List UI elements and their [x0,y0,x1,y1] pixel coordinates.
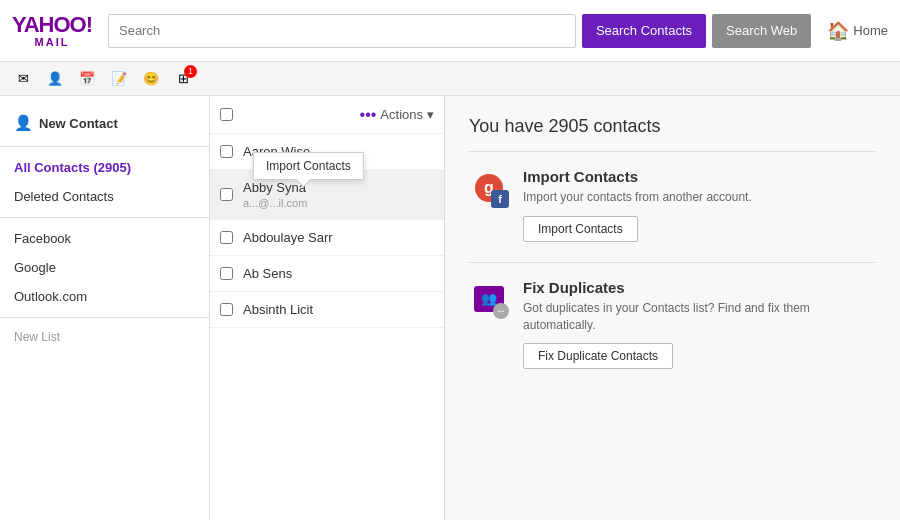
nav-icons-bar: ✉ 👤 📅 📝 😊 ⊞ 1 [0,62,900,96]
main-layout: 👤 New Contact All Contacts (2905) Delete… [0,96,900,520]
apps-nav-icon[interactable]: ⊞ 1 [172,68,194,90]
fix-duplicates-section: 👥 ↔ Fix Duplicates Got duplicates in you… [469,279,876,370]
new-contact-label: New Contact [39,116,118,131]
mail-nav-icon[interactable]: ✉ [12,68,34,90]
apps-badge: 1 [184,65,197,78]
fix-duplicate-contacts-button[interactable]: Fix Duplicate Contacts [523,343,673,369]
actions-chevron-icon: ▾ [427,107,434,122]
facebook-icon: f [491,190,509,208]
import-description: Import your contacts from another accoun… [523,189,876,206]
contact-name: Absinth Licit [243,302,313,317]
notepad-icon: 📝 [111,71,127,86]
import-title: Import Contacts [523,168,876,185]
yahoo-logo: YAHOO! MAIL [12,14,92,48]
contact-row[interactable]: Ab Sens [210,256,444,292]
import-contacts-section: g f Import Contacts Import your contacts… [469,168,876,242]
import-icon-container: g f [469,168,509,208]
contact-info: Import Contacts Abby Syna a...@...il.com [243,180,307,209]
select-all-checkbox[interactable] [220,108,233,121]
sidebar-item-facebook[interactable]: Facebook [0,224,209,253]
contact-checkbox[interactable] [220,303,233,316]
sidebar-item-deleted-contacts[interactable]: Deleted Contacts [0,182,209,211]
deleted-contacts-label: Deleted Contacts [14,189,114,204]
google-label: Google [14,260,56,275]
contact-info: Absinth Licit [243,302,313,317]
new-list-label[interactable]: New List [0,324,209,350]
mail-icon: ✉ [18,71,29,86]
import-content: Import Contacts Import your contacts fro… [523,168,876,242]
contact-list: ••• Actions ▾ Aaron Wise Import C [210,96,445,520]
yahoo-text: YAHOO! [12,14,92,36]
contact-row[interactable]: Absinth Licit [210,292,444,328]
actions-label: Actions [380,107,423,122]
right-panel: You have 2905 contacts g f Import Contac… [445,96,900,520]
messenger-icon: 😊 [143,71,159,86]
fix-icon-container: 👥 ↔ [469,279,509,319]
app-header: YAHOO! MAIL Search Contacts Search Web 🏠… [0,0,900,62]
sidebar-divider-3 [0,317,209,318]
contact-name: Abdoulaye Sarr [243,230,333,245]
contact-row[interactable]: Abdoulaye Sarr [210,220,444,256]
calendar-nav-icon[interactable]: 📅 [76,68,98,90]
contact-checkbox[interactable] [220,145,233,158]
search-input[interactable] [108,14,576,48]
contacts-icon: 👤 [47,71,63,86]
mail-text: MAIL [35,36,70,48]
contact-info: Abdoulaye Sarr [243,230,333,245]
calendar-icon: 📅 [79,71,95,86]
import-contacts-button[interactable]: Import Contacts [523,216,638,242]
contact-list-scroll: Aaron Wise Import Contacts Abby Syna a..… [210,134,444,520]
contact-list-header: ••• Actions ▾ [210,96,444,134]
actions-button[interactable]: ••• Actions ▾ [360,106,434,124]
content-area: ••• Actions ▾ Aaron Wise Import C [210,96,900,520]
outlook-label: Outlook.com [14,289,87,304]
home-icon: 🏠 [827,20,849,42]
contact-row[interactable]: Import Contacts Abby Syna a...@...il.com [210,170,444,220]
home-button[interactable]: 🏠 Home [827,20,888,42]
sidebar-item-all-contacts[interactable]: All Contacts (2905) [0,153,209,182]
messenger-nav-icon[interactable]: 😊 [140,68,162,90]
contact-checkbox[interactable] [220,188,233,201]
contact-email: a...@...il.com [243,197,307,209]
import-contacts-tooltip: Import Contacts [253,152,364,180]
contacts-count-title: You have 2905 contacts [469,116,876,137]
sidebar-divider-2 [0,217,209,218]
search-bar: Search Contacts Search Web 🏠 Home [108,14,888,48]
sidebar-divider-1 [0,146,209,147]
panel-divider-1 [469,151,876,152]
actions-dots-icon: ••• [360,106,377,124]
contact-name: Ab Sens [243,266,292,281]
sidebar: 👤 New Contact All Contacts (2905) Delete… [0,96,210,520]
search-web-button[interactable]: Search Web [712,14,811,48]
sidebar-item-outlook[interactable]: Outlook.com [0,282,209,311]
all-contacts-label: All Contacts (2905) [14,160,131,175]
notepad-nav-icon[interactable]: 📝 [108,68,130,90]
fix-description: Got duplicates in your Contacts list? Fi… [523,300,876,334]
search-contacts-button[interactable]: Search Contacts [582,14,706,48]
fix-arrow-icon: ↔ [493,303,509,319]
panel-divider-2 [469,262,876,263]
contact-checkbox[interactable] [220,267,233,280]
sidebar-item-google[interactable]: Google [0,253,209,282]
new-contact-button[interactable]: 👤 New Contact [0,106,209,140]
fix-title: Fix Duplicates [523,279,876,296]
home-label: Home [853,23,888,38]
person-icon: 👤 [14,114,33,132]
facebook-label: Facebook [14,231,71,246]
contact-checkbox[interactable] [220,231,233,244]
contacts-nav-icon[interactable]: 👤 [44,68,66,90]
fix-content: Fix Duplicates Got duplicates in your Co… [523,279,876,370]
contact-info: Ab Sens [243,266,292,281]
